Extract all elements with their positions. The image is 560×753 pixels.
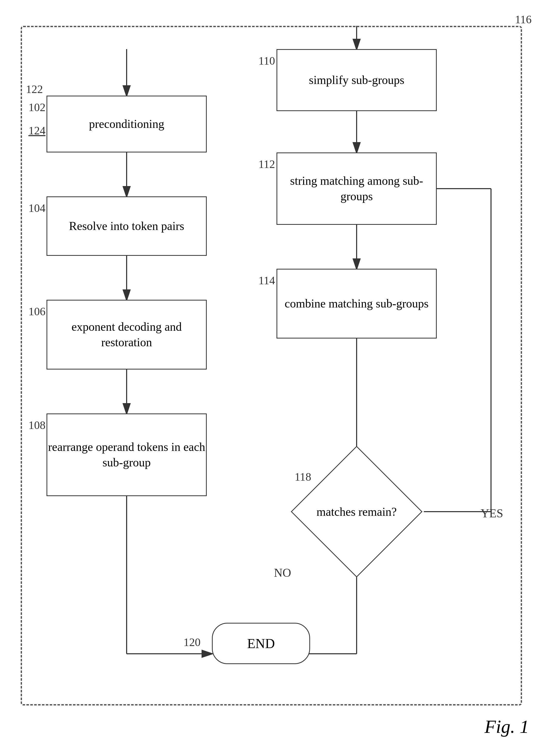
combine-label: combine matching sub-groups	[284, 296, 428, 311]
preconditioning-label: preconditioning	[89, 116, 164, 132]
resolve-box: Resolve into token pairs	[46, 197, 207, 256]
ref-112: 112	[258, 158, 275, 171]
ref-124: 124	[28, 124, 45, 137]
end-label: END	[247, 636, 275, 651]
string-matching-label: string matching among sub-groups	[277, 173, 436, 204]
ref-114: 114	[258, 274, 275, 287]
exponent-box: exponent decoding and restoration	[46, 300, 207, 369]
figure-label: Fig. 1	[484, 716, 529, 737]
matches-label: matches remain?	[317, 505, 397, 518]
ref-106: 106	[28, 305, 45, 318]
rearrange-label: rearrange operand tokens in each sub-gro…	[47, 439, 206, 470]
simplify-box: simplify sub-groups	[277, 49, 437, 111]
ref-102: 102	[28, 101, 45, 114]
ref-116: 116	[515, 13, 532, 26]
ref-108: 108	[28, 419, 45, 432]
ref-118: 118	[295, 470, 311, 484]
simplify-label: simplify sub-groups	[309, 73, 404, 88]
resolve-label: Resolve into token pairs	[69, 218, 184, 234]
ref-120: 120	[183, 636, 201, 649]
preconditioning-box: preconditioning	[46, 96, 207, 152]
string-matching-box: string matching among sub-groups	[277, 152, 437, 225]
matches-diamond: matches remain?	[310, 465, 403, 558]
ref-122: 122	[26, 83, 43, 96]
ref-104: 104	[28, 202, 45, 215]
rearrange-box: rearrange operand tokens in each sub-gro…	[46, 413, 207, 496]
ref-110: 110	[258, 54, 275, 67]
yes-label: YES	[481, 507, 503, 520]
page: 116 122 simplify sub-groups 110 precondi…	[0, 0, 560, 753]
exponent-label: exponent decoding and restoration	[47, 319, 206, 350]
combine-box: combine matching sub-groups	[277, 269, 437, 339]
no-label: NO	[274, 566, 291, 579]
end-terminal: END	[212, 623, 310, 664]
